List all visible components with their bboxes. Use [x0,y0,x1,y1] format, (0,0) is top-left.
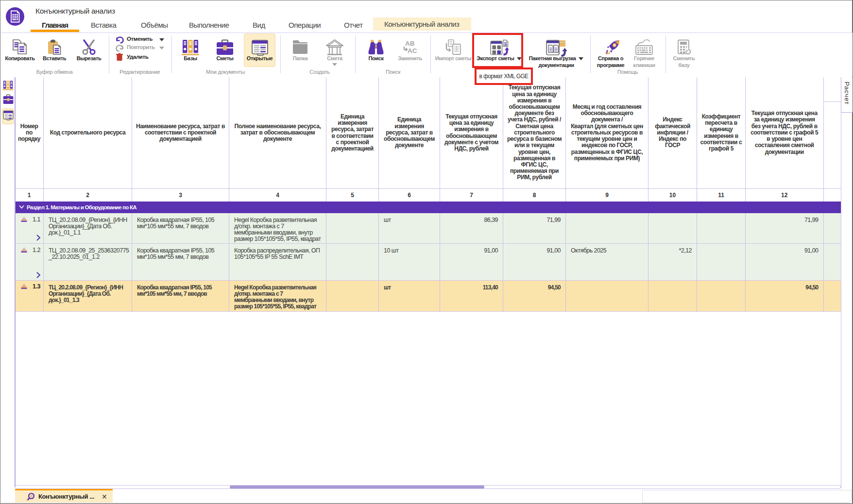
svg-text:AB: AB [405,40,415,47]
svg-text:AC: AC [408,47,417,54]
